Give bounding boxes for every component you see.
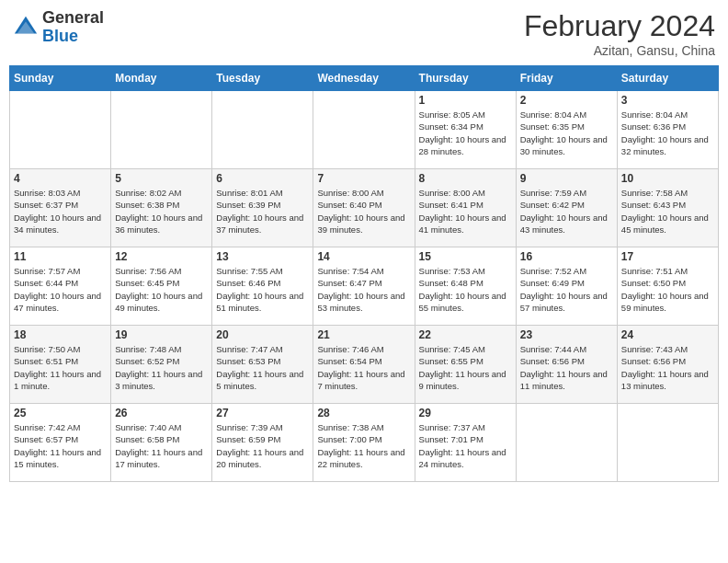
day-info: Sunrise: 7:38 AM Sunset: 7:00 PM Dayligh… (317, 421, 410, 470)
day-info: Sunrise: 7:44 AM Sunset: 6:56 PM Dayligh… (520, 343, 613, 392)
day-info: Sunrise: 8:03 AM Sunset: 6:37 PM Dayligh… (14, 187, 107, 236)
calendar-cell: 2Sunrise: 8:04 AM Sunset: 6:35 PM Daylig… (516, 91, 617, 169)
calendar-cell: 21Sunrise: 7:46 AM Sunset: 6:54 PM Dayli… (313, 326, 415, 404)
day-number: 16 (520, 250, 613, 263)
day-number: 28 (317, 407, 410, 419)
calendar-cell: 19Sunrise: 7:48 AM Sunset: 6:52 PM Dayli… (111, 326, 212, 404)
title-area: February 2024 Azitan, Gansu, China (524, 9, 715, 58)
calendar-cell: 9Sunrise: 7:59 AM Sunset: 6:42 PM Daylig… (516, 169, 617, 247)
calendar-cell: 14Sunrise: 7:54 AM Sunset: 6:47 PM Dayli… (313, 247, 415, 326)
calendar-cell: 27Sunrise: 7:39 AM Sunset: 6:59 PM Dayli… (212, 404, 313, 482)
calendar-cell (617, 404, 718, 482)
day-number: 4 (14, 172, 107, 185)
calendar-week-row: 11Sunrise: 7:57 AM Sunset: 6:44 PM Dayli… (10, 247, 719, 326)
calendar-cell: 26Sunrise: 7:40 AM Sunset: 6:58 PM Dayli… (111, 404, 212, 482)
day-info: Sunrise: 7:45 AM Sunset: 6:55 PM Dayligh… (419, 343, 512, 392)
day-info: Sunrise: 8:04 AM Sunset: 6:35 PM Dayligh… (520, 109, 613, 157)
calendar-header-thursday: Thursday (415, 66, 516, 91)
day-number: 23 (520, 328, 613, 341)
day-number: 6 (216, 172, 309, 185)
day-number: 24 (621, 328, 714, 341)
day-number: 8 (419, 172, 512, 185)
calendar-cell: 15Sunrise: 7:53 AM Sunset: 6:48 PM Dayli… (415, 247, 516, 326)
calendar-header-friday: Friday (516, 66, 617, 91)
day-info: Sunrise: 7:53 AM Sunset: 6:48 PM Dayligh… (419, 265, 512, 314)
calendar-cell: 17Sunrise: 7:51 AM Sunset: 6:50 PM Dayli… (617, 247, 718, 326)
calendar-cell: 22Sunrise: 7:45 AM Sunset: 6:55 PM Dayli… (415, 326, 516, 404)
calendar-cell (212, 91, 313, 169)
calendar-header-row: SundayMondayTuesdayWednesdayThursdayFrid… (10, 66, 719, 91)
day-info: Sunrise: 7:42 AM Sunset: 6:57 PM Dayligh… (14, 421, 107, 470)
logo-general-text: General (42, 8, 104, 27)
day-number: 17 (621, 250, 714, 263)
calendar-cell: 16Sunrise: 7:52 AM Sunset: 6:49 PM Dayli… (516, 247, 617, 326)
day-info: Sunrise: 7:51 AM Sunset: 6:50 PM Dayligh… (621, 265, 714, 314)
day-info: Sunrise: 8:05 AM Sunset: 6:34 PM Dayligh… (419, 109, 512, 157)
day-info: Sunrise: 8:00 AM Sunset: 6:41 PM Dayligh… (419, 187, 512, 236)
day-info: Sunrise: 7:47 AM Sunset: 6:53 PM Dayligh… (216, 343, 309, 392)
day-number: 9 (520, 172, 613, 185)
calendar-header-wednesday: Wednesday (313, 66, 415, 91)
calendar-header-sunday: Sunday (10, 66, 111, 91)
calendar-week-row: 25Sunrise: 7:42 AM Sunset: 6:57 PM Dayli… (10, 404, 719, 482)
calendar-cell: 4Sunrise: 8:03 AM Sunset: 6:37 PM Daylig… (10, 169, 111, 247)
day-number: 18 (14, 328, 107, 341)
calendar-cell: 8Sunrise: 8:00 AM Sunset: 6:41 PM Daylig… (415, 169, 516, 247)
calendar-header-tuesday: Tuesday (212, 66, 313, 91)
day-number: 27 (216, 407, 309, 419)
day-number: 22 (419, 328, 512, 341)
day-number: 21 (317, 328, 410, 341)
calendar-cell (10, 91, 111, 169)
calendar-cell: 20Sunrise: 7:47 AM Sunset: 6:53 PM Dayli… (212, 326, 313, 404)
day-info: Sunrise: 7:43 AM Sunset: 6:56 PM Dayligh… (621, 343, 714, 392)
calendar-cell: 3Sunrise: 8:04 AM Sunset: 6:36 PM Daylig… (617, 91, 718, 169)
day-number: 20 (216, 328, 309, 341)
day-info: Sunrise: 8:04 AM Sunset: 6:36 PM Dayligh… (621, 109, 714, 157)
day-number: 13 (216, 250, 309, 263)
calendar-cell: 12Sunrise: 7:56 AM Sunset: 6:45 PM Dayli… (111, 247, 212, 326)
day-number: 5 (115, 172, 208, 185)
calendar-cell: 13Sunrise: 7:55 AM Sunset: 6:46 PM Dayli… (212, 247, 313, 326)
day-number: 3 (621, 94, 714, 107)
day-info: Sunrise: 8:02 AM Sunset: 6:38 PM Dayligh… (115, 187, 208, 236)
calendar-cell: 5Sunrise: 8:02 AM Sunset: 6:38 PM Daylig… (111, 169, 212, 247)
day-number: 15 (419, 250, 512, 263)
day-number: 2 (520, 94, 613, 107)
location: Azitan, Gansu, China (524, 43, 715, 58)
day-info: Sunrise: 7:59 AM Sunset: 6:42 PM Dayligh… (520, 187, 613, 236)
calendar-cell: 29Sunrise: 7:37 AM Sunset: 7:01 PM Dayli… (415, 404, 516, 482)
day-info: Sunrise: 7:58 AM Sunset: 6:43 PM Dayligh… (621, 187, 714, 236)
day-info: Sunrise: 7:39 AM Sunset: 6:59 PM Dayligh… (216, 421, 309, 470)
day-info: Sunrise: 7:56 AM Sunset: 6:45 PM Dayligh… (115, 265, 208, 314)
calendar-cell (516, 404, 617, 482)
calendar-header-saturday: Saturday (617, 66, 718, 91)
logo-icon (13, 15, 39, 40)
day-info: Sunrise: 7:40 AM Sunset: 6:58 PM Dayligh… (115, 421, 208, 470)
calendar-cell: 25Sunrise: 7:42 AM Sunset: 6:57 PM Dayli… (10, 404, 111, 482)
day-number: 10 (621, 172, 714, 185)
day-info: Sunrise: 7:54 AM Sunset: 6:47 PM Dayligh… (317, 265, 410, 314)
calendar-cell: 6Sunrise: 8:01 AM Sunset: 6:39 PM Daylig… (212, 169, 313, 247)
day-number: 11 (14, 250, 107, 263)
calendar-cell: 28Sunrise: 7:38 AM Sunset: 7:00 PM Dayli… (313, 404, 415, 482)
calendar-table: SundayMondayTuesdayWednesdayThursdayFrid… (9, 65, 719, 482)
month-title: February 2024 (524, 9, 715, 43)
day-info: Sunrise: 7:52 AM Sunset: 6:49 PM Dayligh… (520, 265, 613, 314)
calendar-cell: 10Sunrise: 7:58 AM Sunset: 6:43 PM Dayli… (617, 169, 718, 247)
logo-blue-text: Blue (42, 27, 78, 45)
calendar-week-row: 1Sunrise: 8:05 AM Sunset: 6:34 PM Daylig… (10, 91, 719, 169)
day-number: 1 (419, 94, 512, 107)
day-info: Sunrise: 7:37 AM Sunset: 7:01 PM Dayligh… (419, 421, 512, 470)
day-number: 14 (317, 250, 410, 263)
calendar-cell: 23Sunrise: 7:44 AM Sunset: 6:56 PM Dayli… (516, 326, 617, 404)
calendar-header-monday: Monday (111, 66, 212, 91)
day-number: 12 (115, 250, 208, 263)
day-number: 29 (419, 407, 512, 419)
day-info: Sunrise: 7:50 AM Sunset: 6:51 PM Dayligh… (14, 343, 107, 392)
day-number: 26 (115, 407, 208, 419)
day-info: Sunrise: 7:57 AM Sunset: 6:44 PM Dayligh… (14, 265, 107, 314)
day-info: Sunrise: 7:48 AM Sunset: 6:52 PM Dayligh… (115, 343, 208, 392)
calendar-cell: 11Sunrise: 7:57 AM Sunset: 6:44 PM Dayli… (10, 247, 111, 326)
day-info: Sunrise: 7:55 AM Sunset: 6:46 PM Dayligh… (216, 265, 309, 314)
logo: General Blue (13, 9, 104, 46)
